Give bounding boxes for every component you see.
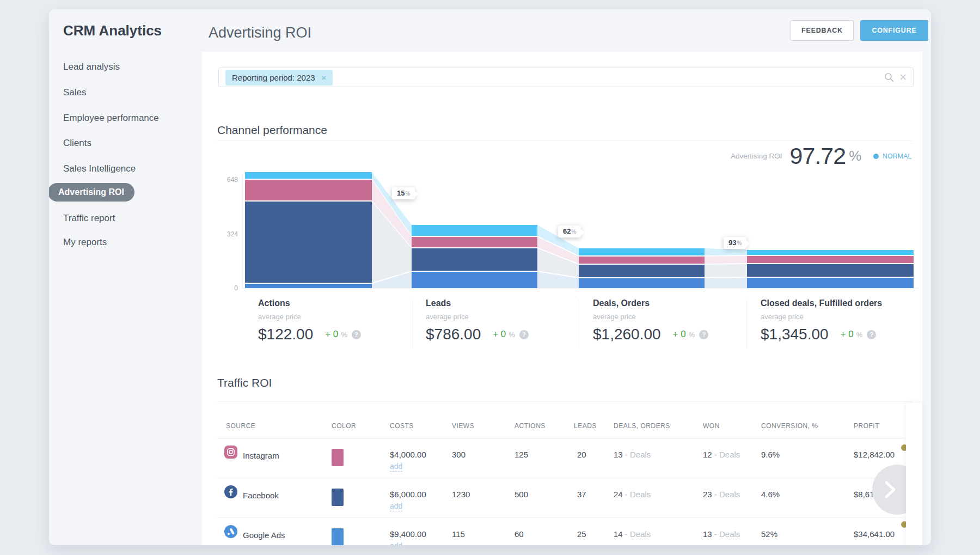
sidebar-item-clients[interactable]: Clients — [63, 138, 91, 149]
funnel-segment-actions-sky[interactable] — [245, 172, 372, 179]
funnel-segment-leads-sky[interactable] — [412, 225, 537, 236]
divider — [217, 401, 912, 402]
sidebar-item-advertising-roi[interactable]: Advertising ROI — [49, 183, 134, 202]
funnel-segment-closed-deals-fulfilled-orders-sky[interactable] — [747, 250, 914, 255]
won-value: 23 - Deals — [703, 490, 740, 499]
sidebar-item-sales-intelligence[interactable]: Sales Intelligence — [63, 163, 136, 174]
search-icon[interactable] — [884, 72, 895, 83]
views-value: 1230 — [452, 490, 470, 499]
funnel-segment-closed-deals-fulfilled-orders-blue[interactable] — [747, 278, 914, 288]
add-cost-link[interactable]: add — [390, 462, 402, 472]
color-swatch — [332, 489, 344, 506]
column-header-source: SOURCE — [226, 422, 255, 430]
conversion-value: 52% — [761, 529, 777, 539]
funnel-segment-closed-deals-fulfilled-orders-pink[interactable] — [747, 256, 914, 263]
sidebar-item-sales[interactable]: Sales — [63, 87, 87, 98]
status-badge: NORMAL — [883, 153, 911, 160]
table-row-facebook[interactable]: Facebook$6,000.00add12305003724 - Deals2… — [217, 478, 904, 518]
metric-delta: + 0 — [841, 329, 854, 340]
table-row-instagram[interactable]: Instagram$4,000.00add3001252013 - Deals1… — [217, 438, 904, 478]
metric-title: Deals, Orders — [593, 298, 751, 308]
funnel-segment-deals-orders-blue[interactable] — [579, 278, 705, 288]
help-icon[interactable]: ? — [699, 330, 708, 339]
conversion-label: 93% — [724, 237, 746, 249]
table-row-google-ads[interactable]: Google Ads$9,400.00add115602514 - Deals1… — [217, 517, 904, 545]
actions-value: 125 — [514, 450, 528, 459]
roi-label: Advertising ROI — [731, 152, 782, 160]
deals-value: 13 - Deals — [614, 450, 651, 459]
help-icon[interactable]: ? — [352, 330, 361, 339]
profit-value: $12,842.00 — [854, 450, 895, 459]
costs-value: $9,400.00 — [390, 529, 426, 539]
profit-value: $34,641.00 — [854, 529, 895, 539]
column-header-leads: LEADS — [574, 422, 597, 430]
filter-chip[interactable]: Reporting period: 2023 × — [225, 70, 333, 86]
conversion-value: 9.6% — [761, 450, 780, 459]
column-header-color: COLOR — [332, 422, 356, 430]
funnel-segment-closed-deals-fulfilled-orders-navy[interactable] — [747, 264, 914, 277]
app-window: CRM Analytics Lead analysisSalesEmployee… — [49, 9, 931, 545]
funnel-segment-actions-blue[interactable] — [245, 284, 372, 288]
column-header-actions: ACTIONS — [514, 422, 546, 430]
funnel-segment-actions-navy[interactable] — [245, 202, 372, 283]
actions-value: 500 — [514, 490, 528, 499]
feedback-button[interactable]: FEEDBACK — [791, 20, 854, 41]
table-scrollbar-track[interactable] — [906, 403, 922, 545]
metric-value: $786.00 — [426, 326, 481, 343]
won-value: 13 - Deals — [703, 529, 740, 539]
funnel-connector-sky — [705, 248, 747, 255]
column-header-conversion: CONVERSION, % — [761, 422, 818, 430]
metric-value-row: $1,345.00+ 0%? — [761, 326, 918, 343]
metric-subtitle: average price — [258, 313, 416, 321]
funnel-segment-leads-navy[interactable] — [412, 248, 537, 271]
sidebar-item-my-reports[interactable]: My reports — [63, 237, 107, 248]
metric-subtitle: average price — [761, 313, 918, 321]
sidebar-item-traffic-report[interactable]: Traffic report — [63, 213, 115, 224]
funnel-connector-blue — [705, 278, 747, 288]
metric-leads: Leadsaverage price$786.00+ 0%? — [426, 298, 584, 343]
metric-value-row: $1,260.00+ 0%? — [593, 326, 751, 343]
metric-value: $122.00 — [258, 326, 313, 343]
column-header-deals-orders: DEALS, ORDERS — [614, 422, 670, 430]
metric-unit: % — [341, 331, 347, 339]
metric-subtitle: average price — [426, 313, 584, 321]
filter-bar[interactable]: Reporting period: 2023 × × — [218, 68, 914, 87]
source-name: Google Ads — [243, 530, 285, 540]
instagram-icon — [224, 446, 237, 459]
add-cost-link[interactable]: add — [390, 502, 402, 511]
deals-value: 14 - Deals — [614, 529, 651, 539]
chip-remove-icon[interactable]: × — [322, 74, 327, 82]
conversion-label: 62% — [558, 225, 581, 237]
funnel-segment-deals-orders-pink[interactable] — [579, 257, 705, 264]
status-dot — [873, 154, 879, 159]
clear-icon[interactable]: × — [899, 71, 906, 83]
table-header: SOURCECOLORCOSTSVIEWSACTIONSLEADSDEALS, … — [217, 418, 904, 438]
metric-actions: Actionsaverage price$122.00+ 0%? — [258, 298, 416, 343]
section-heading-channel: Channel performance — [217, 124, 327, 137]
add-cost-link[interactable]: add — [390, 541, 402, 545]
metric-value: $1,345.00 — [761, 326, 829, 343]
filter-chip-label: Reporting period: 2023 — [232, 73, 315, 82]
section-heading-traffic: Traffic ROI — [217, 376, 272, 389]
app-title: CRM Analytics — [63, 22, 162, 39]
leads-value: 37 — [577, 490, 586, 499]
y-tick-label: 0 — [234, 284, 238, 292]
configure-button[interactable]: CONFIGURE — [860, 20, 928, 41]
color-swatch — [332, 449, 344, 466]
metric-subtitle: average price — [593, 313, 751, 321]
sidebar-item-lead-analysis[interactable]: Lead analysis — [63, 62, 120, 72]
funnel-connector-pink — [705, 256, 747, 264]
funnel-segment-leads-pink[interactable] — [412, 237, 537, 247]
funnel-segment-leads-blue[interactable] — [412, 272, 537, 288]
y-tick-label: 648 — [227, 176, 238, 184]
sidebar-item-employee-performance[interactable]: Employee performance — [63, 113, 159, 124]
metric-value-row: $786.00+ 0%? — [426, 326, 584, 343]
help-icon[interactable]: ? — [519, 330, 529, 339]
chevron-right-icon — [884, 480, 896, 499]
funnel-segment-deals-orders-sky[interactable] — [579, 248, 705, 255]
help-icon[interactable]: ? — [867, 330, 876, 339]
funnel-segment-deals-orders-navy[interactable] — [579, 265, 705, 277]
views-value: 115 — [452, 529, 465, 539]
metric-value: $1,260.00 — [593, 326, 661, 343]
funnel-segment-actions-pink[interactable] — [245, 180, 372, 200]
